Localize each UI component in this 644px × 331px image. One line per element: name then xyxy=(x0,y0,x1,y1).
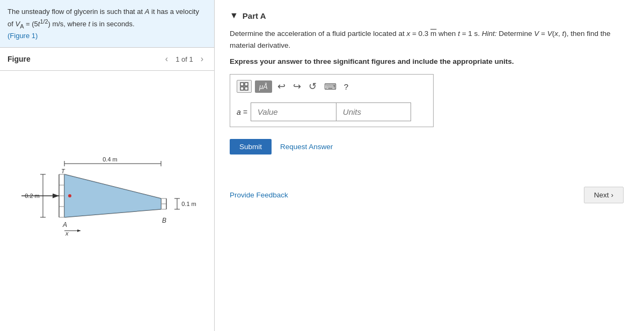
figure-next-arrow[interactable]: › xyxy=(197,53,207,65)
answer-label: a = xyxy=(237,108,247,116)
value-input[interactable] xyxy=(251,102,336,121)
svg-rect-37 xyxy=(245,83,248,86)
svg-rect-38 xyxy=(240,87,244,90)
matrix-icon[interactable] xyxy=(237,80,252,93)
mu-button[interactable]: μÅ xyxy=(255,80,272,93)
action-row: Submit Request Answer xyxy=(230,139,629,155)
part-label: Part A xyxy=(243,11,266,20)
submit-button[interactable]: Submit xyxy=(230,139,272,155)
svg-point-34 xyxy=(68,194,71,197)
svg-text:x: x xyxy=(65,230,69,237)
figure-page-indicator: 1 of 1 xyxy=(175,55,193,63)
question-icon[interactable]: ? xyxy=(342,82,350,91)
svg-text:0.4 m: 0.4 m xyxy=(103,156,118,163)
answer-box: μÅ ↩ ↪ ↺ ⌨ ? a = xyxy=(230,74,434,127)
figure-prev-arrow[interactable]: ‹ xyxy=(162,53,171,65)
figure-title: Figure xyxy=(8,55,31,63)
description-text: Determine the acceleration of a fluid pa… xyxy=(230,30,611,49)
part-header: ▼ Part A xyxy=(230,11,629,20)
request-answer-link[interactable]: Request Answer xyxy=(280,143,333,151)
next-label: Next xyxy=(594,191,609,199)
figure-header: Figure ‹ 1 of 1 › xyxy=(0,48,214,71)
svg-rect-36 xyxy=(240,83,244,86)
right-panel: ▼ Part A Determine the acceleration of a… xyxy=(215,0,644,331)
svg-rect-39 xyxy=(245,87,248,90)
svg-text:A: A xyxy=(62,221,67,229)
problem-description: Determine the acceleration of a fluid pa… xyxy=(230,28,629,51)
toolbar: μÅ ↩ ↪ ↺ ⌨ ? xyxy=(237,80,427,97)
figure-navigation: ‹ 1 of 1 › xyxy=(162,53,207,65)
units-input[interactable] xyxy=(336,102,411,121)
refresh-icon[interactable]: ↺ xyxy=(306,80,319,92)
input-row: a = xyxy=(237,102,427,121)
provide-feedback-link[interactable]: Provide Feedback xyxy=(230,191,288,199)
svg-text:B: B xyxy=(162,217,166,224)
left-panel: The unsteady flow of glycerin is such th… xyxy=(0,0,215,331)
keyboard-icon[interactable]: ⌨ xyxy=(322,82,339,92)
figure-svg: 0.4 m xyxy=(11,148,204,255)
figure-section: Figure ‹ 1 of 1 › 0.4 m xyxy=(0,48,214,331)
next-arrow-icon: › xyxy=(611,191,614,199)
problem-statement: The unsteady flow of glycerin is such th… xyxy=(0,0,214,48)
part-collapse-arrow[interactable]: ▼ xyxy=(230,11,238,20)
problem-text-content: The unsteady flow of glycerin is such th… xyxy=(8,8,199,28)
svg-text:T: T xyxy=(61,168,65,174)
figure-link[interactable]: (Figure 1) xyxy=(8,32,38,40)
redo-icon[interactable]: ↪ xyxy=(291,80,303,92)
bottom-row: Provide Feedback Next › xyxy=(230,187,629,203)
svg-text:0.1 m: 0.1 m xyxy=(181,201,196,207)
bold-instruction: Express your answer to three significant… xyxy=(230,57,629,65)
undo-icon[interactable]: ↩ xyxy=(275,80,288,92)
next-button[interactable]: Next › xyxy=(584,187,624,203)
figure-canvas: 0.4 m xyxy=(0,71,214,331)
